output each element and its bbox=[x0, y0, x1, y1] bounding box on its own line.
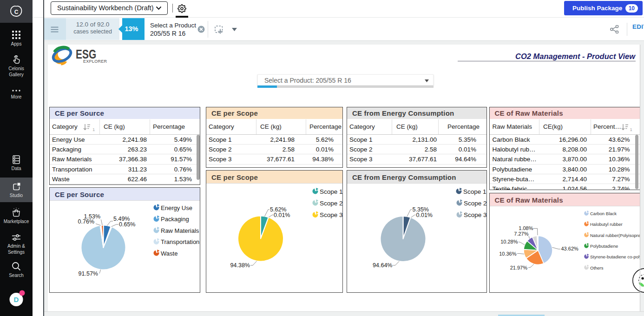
svg-text:Scope 3: Scope 3 bbox=[320, 211, 342, 218]
svg-text:0.01%: 0.01% bbox=[274, 212, 290, 218]
svg-text:D: D bbox=[14, 296, 19, 303]
svg-text:Styrene-butadiene co-polymer: Styrene-butadiene co-polymer bbox=[590, 254, 640, 259]
svg-text:21.97%: 21.97% bbox=[510, 265, 527, 270]
svg-text:Transportation: Transportation bbox=[161, 238, 199, 245]
svg-text:Halobutyl rubber: Halobutyl rubber bbox=[590, 222, 623, 227]
svg-text:Scope 3: Scope 3 bbox=[464, 211, 486, 218]
svg-text:0.76%: 0.76% bbox=[78, 218, 94, 225]
svg-text:0.01%: 0.01% bbox=[416, 212, 433, 218]
svg-text:10.28%: 10.28% bbox=[500, 239, 518, 244]
svg-text:Scope 2: Scope 2 bbox=[320, 200, 342, 207]
svg-text:Scope 2: Scope 2 bbox=[464, 200, 486, 207]
svg-text:43.62%: 43.62% bbox=[561, 246, 578, 251]
svg-text:1.08%: 1.08% bbox=[519, 225, 533, 231]
svg-text:Packaging: Packaging bbox=[161, 216, 189, 223]
svg-text:7.27%: 7.27% bbox=[514, 231, 528, 237]
svg-text:Scope 1: Scope 1 bbox=[320, 188, 342, 195]
svg-text:Raw Materials: Raw Materials bbox=[161, 227, 199, 234]
svg-text:Polybutadiene: Polybutadiene bbox=[590, 244, 618, 249]
svg-text:91.57%: 91.57% bbox=[79, 270, 98, 277]
svg-text:Scope 1: Scope 1 bbox=[463, 188, 486, 195]
svg-text:Carbon Black: Carbon Black bbox=[590, 211, 617, 216]
svg-text:94.64%: 94.64% bbox=[373, 262, 392, 269]
svg-text:Waste: Waste bbox=[161, 250, 177, 257]
svg-text:Others: Others bbox=[590, 265, 604, 270]
svg-text:Natural rubber(Polyisoprene): Natural rubber(Polyisoprene) bbox=[590, 232, 640, 237]
svg-text:10.36%: 10.36% bbox=[499, 251, 517, 257]
svg-text:C: C bbox=[14, 9, 19, 15]
svg-text:94.38%: 94.38% bbox=[230, 262, 250, 269]
svg-text:0.65%: 0.65% bbox=[119, 221, 135, 228]
svg-text:Energy Use: Energy Use bbox=[161, 204, 192, 211]
